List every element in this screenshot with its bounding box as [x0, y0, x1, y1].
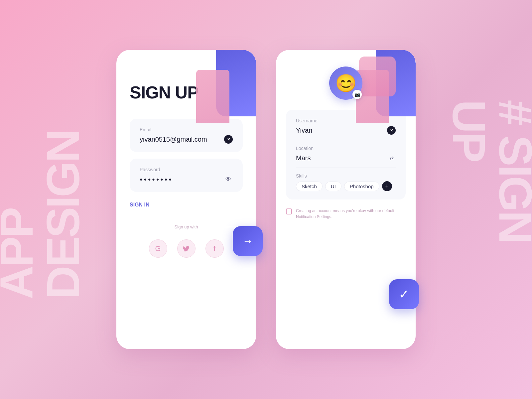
location-value: Mars — [296, 154, 311, 162]
terms-section: Creating an account means you're okay wi… — [276, 200, 416, 223]
deco-shapes-left — [190, 50, 256, 123]
add-skill-button[interactable]: + — [382, 181, 392, 191]
deco-pink — [196, 70, 229, 123]
username-row: Yivan — [296, 126, 396, 135]
password-label: Password — [140, 167, 233, 172]
location-swap-icon[interactable]: ⇄ — [387, 154, 396, 162]
password-section: Password ●●●●●●●● 👁 — [130, 159, 243, 192]
skill-sketch: Sketch — [296, 182, 323, 191]
twitter-button[interactable] — [177, 239, 196, 258]
signup-card: SIGN UP Email yivan0515@gmail.com Passwo… — [116, 50, 256, 349]
email-label: Email — [140, 127, 233, 132]
email-value: yivan0515@gmail.com — [140, 136, 207, 143]
divider-1 — [296, 140, 396, 140]
next-button[interactable] — [233, 226, 263, 256]
social-section: Sign up with G f — [130, 224, 243, 258]
avatar-section: 😊 📷 — [276, 50, 416, 110]
eye-icon[interactable]: 👁 — [224, 175, 233, 184]
submit-button[interactable] — [389, 279, 419, 309]
location-row: Mars ⇄ — [296, 154, 396, 162]
watermark-right: # SIGN UP — [446, 100, 532, 299]
email-clear-button[interactable] — [224, 135, 233, 144]
skill-ui: UI — [325, 182, 341, 191]
email-row: yivan0515@gmail.com — [140, 135, 233, 144]
skill-photoshop: Photoshop — [344, 182, 379, 191]
facebook-button[interactable]: f — [205, 239, 224, 258]
username-clear-button[interactable] — [387, 126, 396, 135]
cards-container: SIGN UP Email yivan0515@gmail.com Passwo… — [116, 50, 416, 349]
social-icons: G f — [149, 239, 224, 258]
divider-2 — [296, 168, 396, 168]
social-divider: Sign up with — [130, 224, 243, 229]
profile-card: 😊 📷 Username Yivan Location Mars ⇄ Skill — [276, 50, 416, 349]
email-section: Email yivan0515@gmail.com — [130, 119, 243, 152]
watermark-left: APP DESIGN — [0, 100, 86, 299]
camera-button[interactable]: 📷 — [352, 90, 362, 99]
divider-line-left — [130, 227, 170, 227]
profile-deco — [359, 57, 396, 96]
avatar-wrapper: 😊 📷 — [329, 66, 362, 100]
password-row: ●●●●●●●● 👁 — [140, 175, 233, 184]
social-divider-text: Sign up with — [175, 224, 198, 229]
skills-row: Sketch UI Photoshop + — [296, 181, 396, 191]
username-value: Yivan — [296, 127, 312, 134]
terms-checkbox[interactable] — [286, 208, 292, 214]
skills-label: Skills — [296, 173, 396, 179]
profile-form: Username Yivan Location Mars ⇄ Skills Sk… — [286, 110, 406, 200]
google-button[interactable]: G — [149, 239, 167, 258]
signin-link[interactable]: SIGN IN — [130, 202, 243, 208]
terms-text: Creating an account means you're okay wi… — [296, 208, 406, 220]
password-dots: ●●●●●●●● — [140, 177, 173, 182]
location-label: Location — [296, 146, 396, 151]
